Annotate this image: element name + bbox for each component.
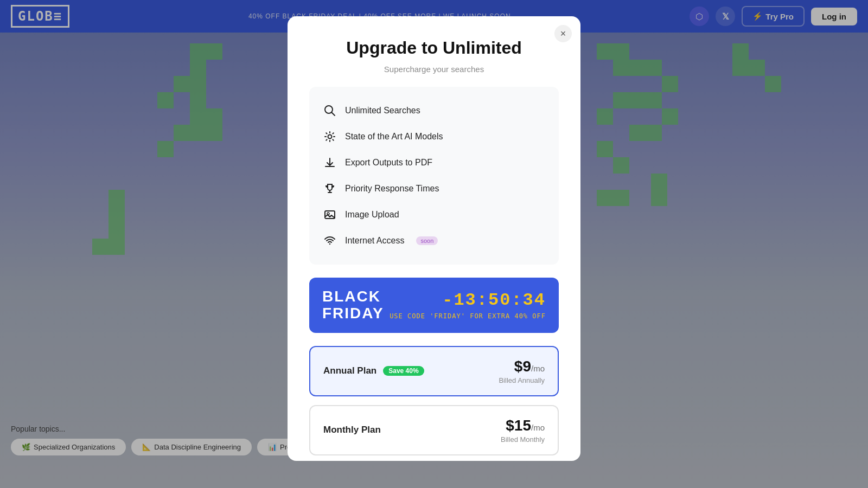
feature-internet-access: Internet Access soon: [322, 228, 546, 254]
bf-title-line1: BLACK: [322, 288, 384, 305]
plan-name: Annual Plan: [323, 365, 376, 376]
gear-icon: [322, 129, 337, 144]
feature-label: Image Upload: [345, 210, 399, 220]
modal-overlay: × Upgrade to Unlimited Supercharge your …: [0, 0, 868, 488]
plan-billed: Billed Monthly: [501, 435, 545, 444]
upgrade-modal: × Upgrade to Unlimited Supercharge your …: [288, 16, 580, 461]
feature-ai-models: State of the Art AI Models: [322, 124, 546, 150]
trophy-icon: [322, 181, 337, 196]
plan-price: $15/mo Billed Monthly: [501, 417, 545, 444]
feature-unlimited-searches: Unlimited Searches: [322, 98, 546, 124]
download-icon: [322, 155, 337, 170]
feature-export-pdf: Export Outputs to PDF: [322, 150, 546, 176]
save-badge: Save 40%: [383, 366, 424, 376]
svg-line-1: [332, 113, 335, 116]
plan-price-amount: $15/mo: [501, 417, 545, 434]
svg-point-5: [329, 243, 330, 245]
bf-timer: -13:50:34: [390, 290, 546, 310]
feature-label: Priority Response Times: [345, 184, 439, 194]
plan-left: Annual Plan Save 40%: [323, 365, 424, 376]
image-icon: [322, 207, 337, 222]
plan-price-amount: $9/mo: [499, 358, 545, 375]
annual-plan-card[interactable]: Annual Plan Save 40% $9/mo Billed Annual…: [309, 346, 559, 396]
price-value: $15: [506, 417, 531, 434]
bf-title: BLACK FRIDAY: [322, 288, 384, 322]
bf-title-line2: FRIDAY: [322, 305, 384, 322]
feature-label: Unlimited Searches: [345, 106, 420, 115]
black-friday-banner: BLACK FRIDAY -13:50:34 USE CODE 'FRIDAY'…: [309, 278, 559, 333]
search-icon: [322, 103, 337, 118]
feature-priority-response: Priority Response Times: [322, 176, 546, 202]
modal-subtitle: Supercharge your searches: [309, 65, 559, 74]
feature-label: Internet Access: [345, 236, 404, 246]
plan-price: $9/mo Billed Annually: [499, 358, 545, 384]
plan-name: Monthly Plan: [323, 425, 381, 435]
feature-image-upload: Image Upload: [322, 202, 546, 228]
modal-close-button[interactable]: ×: [554, 25, 572, 42]
features-box: Unlimited Searches State of the Art AI M…: [309, 87, 559, 265]
soon-badge: soon: [416, 236, 438, 245]
price-per: /mo: [531, 423, 545, 432]
plan-left: Monthly Plan: [323, 425, 381, 435]
wifi-icon: [322, 233, 337, 248]
svg-point-2: [328, 135, 332, 139]
price-value: $9: [514, 358, 531, 375]
modal-title: Upgrade to Unlimited: [309, 38, 559, 58]
price-per: /mo: [531, 364, 545, 373]
feature-label: Export Outputs to PDF: [345, 158, 432, 168]
bf-right: -13:50:34 USE CODE 'FRIDAY' FOR EXTRA 40…: [390, 290, 546, 320]
feature-label: State of the Art AI Models: [345, 132, 443, 142]
monthly-plan-card[interactable]: Monthly Plan $15/mo Billed Monthly: [309, 405, 559, 455]
plan-billed: Billed Annually: [499, 376, 545, 384]
bf-code: USE CODE 'FRIDAY' FOR EXTRA 40% OFF: [390, 312, 546, 320]
